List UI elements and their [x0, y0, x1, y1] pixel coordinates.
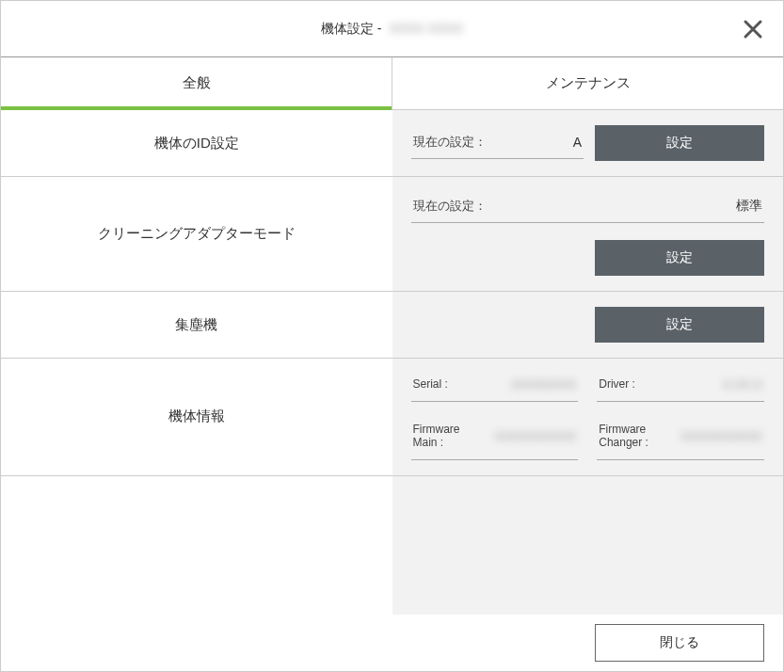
info-fw-main: Firmware Main : XXXXXXXXXX — [411, 419, 579, 460]
filler-panel — [1, 476, 783, 615]
info-fw-changer: Firmware Changer : XXXXXXXXXX — [597, 419, 764, 460]
tab-general[interactable]: 全般 — [1, 57, 392, 109]
machine-id-set-button[interactable]: 設定 — [595, 125, 764, 161]
close-button[interactable]: 閉じる — [595, 624, 764, 662]
machine-id-current-value: A — [573, 135, 582, 150]
info-driver: Driver : X.XX.X — [597, 374, 764, 402]
dust-collector-label: 集塵機 — [1, 292, 392, 358]
row-cleaning-adapter: クリーニングアダプターモード 現在の設定： 標準 設定 — [1, 177, 783, 292]
filler-right — [392, 476, 784, 615]
dialog-footer: 閉じる — [1, 615, 783, 671]
title-model-name: XXXX XXXX — [389, 21, 463, 36]
row-machine-id: 機体のID設定 現在の設定： A 設定 — [1, 110, 783, 177]
row-dust-collector: 集塵機 設定 — [1, 292, 783, 359]
dialog-header: 機体設定 - XXXX XXXX — [1, 1, 783, 57]
tab-maintenance[interactable]: メンテナンス — [392, 57, 783, 109]
info-fw-main-label: Firmware Main : — [413, 423, 488, 450]
cleaning-current-label: 現在の設定： — [413, 198, 487, 215]
info-driver-value: X.XX.X — [723, 377, 762, 392]
tab-maintenance-label: メンテナンス — [546, 74, 631, 92]
cleaning-current-value: 標準 — [736, 198, 762, 215]
cleaning-adapter-body: 現在の設定： 標準 設定 — [392, 177, 784, 291]
filler-left — [1, 476, 392, 615]
cleaning-button-wrap: 設定 — [411, 240, 765, 276]
info-serial-label: Serial : — [413, 377, 448, 391]
row-machine-info: 機体情報 Serial : XXXXXXXX Driver : X.XX.X F… — [1, 359, 783, 476]
machine-id-setting-line: 現在の設定： A 設定 — [411, 125, 765, 161]
dust-set-button[interactable]: 設定 — [595, 307, 764, 343]
machine-id-current-label: 現在の設定： — [413, 134, 487, 151]
cleaning-adapter-label: クリーニングアダプターモード — [1, 177, 392, 291]
cleaning-current-field: 現在の設定： 標準 — [411, 192, 765, 223]
info-fw-changer-value: XXXXXXXXXX — [680, 429, 762, 443]
dust-button-wrap: 設定 — [411, 307, 765, 343]
machine-info-body: Serial : XXXXXXXX Driver : X.XX.X Firmwa… — [392, 359, 784, 475]
tab-general-label: 全般 — [183, 74, 211, 92]
machine-info-label: 機体情報 — [1, 359, 392, 475]
content-area: 機体のID設定 現在の設定： A 設定 クリーニングアダプターモード 現在の設定… — [1, 110, 783, 615]
close-icon[interactable] — [742, 18, 764, 40]
tab-bar: 全般 メンテナンス — [1, 57, 783, 110]
cleaning-set-button[interactable]: 設定 — [595, 240, 764, 276]
dust-collector-body: 設定 — [392, 292, 784, 358]
title-prefix: 機体設定 - — [321, 21, 385, 36]
info-serial: Serial : XXXXXXXX — [411, 374, 579, 402]
machine-info-grid: Serial : XXXXXXXX Driver : X.XX.X Firmwa… — [411, 374, 765, 460]
info-fw-main-value: XXXXXXXXXX — [495, 429, 577, 443]
machine-id-current-field: 現在の設定： A — [411, 128, 584, 159]
info-driver-label: Driver : — [599, 377, 635, 391]
info-fw-changer-label: Firmware Changer : — [599, 423, 673, 450]
info-serial-value: XXXXXXXX — [511, 377, 576, 392]
dialog-title: 機体設定 - XXXX XXXX — [321, 21, 463, 38]
machine-id-label: 機体のID設定 — [1, 110, 392, 176]
machine-id-body: 現在の設定： A 設定 — [392, 110, 784, 176]
